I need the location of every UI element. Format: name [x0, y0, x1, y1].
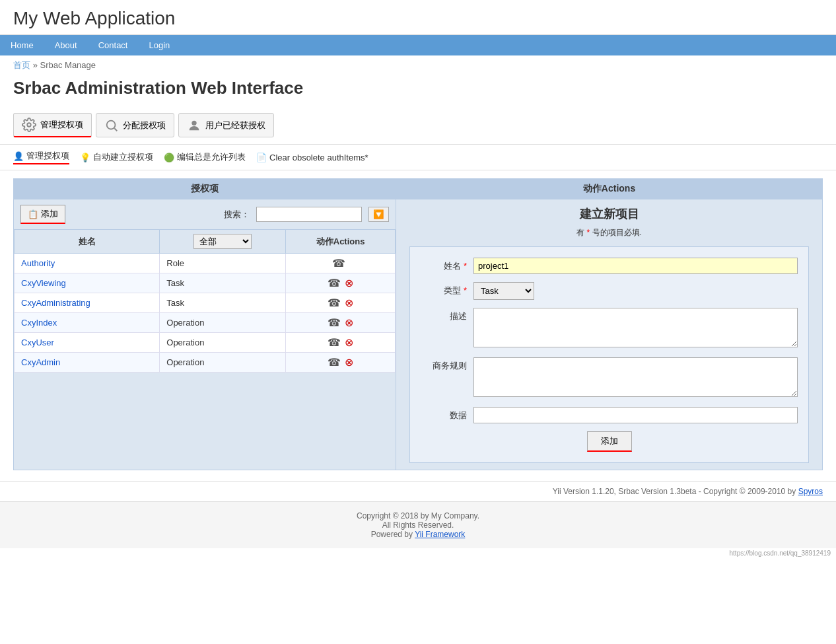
edit-icon-3[interactable]: ☎ — [328, 317, 341, 328]
submit-row: 添加 — [421, 431, 798, 452]
breadcrumb-home[interactable]: 首页 — [13, 60, 30, 70]
cell-actions-1: ☎⊗ — [286, 273, 396, 293]
left-panel-header: 授权项 — [14, 179, 396, 199]
person-icon — [187, 118, 201, 133]
row-name-link-4[interactable]: CxyUser — [21, 338, 54, 347]
row-name-link-2[interactable]: CxyAdministrating — [21, 298, 90, 308]
type-required: * — [464, 285, 467, 295]
copyright-line3: Powered by Yii Framework — [13, 530, 823, 539]
col-actions: 动作Actions — [286, 230, 396, 254]
desc-row: 描述 — [421, 308, 798, 349]
svg-point-1 — [107, 120, 116, 129]
table-row: CxyAdministratingTask☎⊗ — [15, 293, 396, 313]
table-row: CxyUserOperation☎⊗ — [15, 333, 396, 353]
table-header-row: 姓名 全部RoleTaskOperation 动作Actions — [15, 230, 396, 254]
nav-bar: HomeAboutContactLogin — [0, 35, 836, 55]
required-star: * — [587, 228, 590, 237]
action-auto-icon: 💡 — [80, 153, 90, 162]
nav-item-home[interactable]: Home — [0, 35, 44, 55]
form-title: 建立新项目 — [407, 206, 812, 222]
action-manage-auth[interactable]: 👤 管理授权项 — [13, 150, 69, 164]
action-bar: 👤 管理授权项 💡 自动建立授权项 🟢 编辑总是允许列表 📄 Clear obs… — [0, 145, 836, 170]
bizrule-textarea[interactable] — [473, 357, 798, 397]
delete-icon-4[interactable]: ⊗ — [345, 337, 353, 348]
desc-textarea[interactable] — [473, 308, 798, 347]
tab-assign[interactable]: 分配授权项 — [96, 113, 174, 137]
name-input[interactable] — [473, 258, 798, 274]
cell-actions-0: ☎ — [286, 254, 396, 273]
cell-actions-5: ☎⊗ — [286, 353, 396, 373]
yii-link[interactable]: Yii Framework — [415, 530, 465, 539]
tab-users-label: 用户已经获授权 — [205, 120, 265, 131]
toolbar-row: 📋 添加 搜索： 🔽 — [14, 199, 396, 229]
delete-icon-2[interactable]: ⊗ — [345, 297, 353, 308]
delete-icon-5[interactable]: ⊗ — [345, 357, 353, 368]
form-area: 建立新项目 有 * 号的项目必填. 姓名 * 类型 * — [396, 199, 822, 470]
nav-item-about[interactable]: About — [44, 35, 88, 55]
copyright-line2: All Rights Reserved. — [13, 520, 823, 530]
desc-label: 描述 — [421, 308, 473, 322]
tab-manage[interactable]: 管理授权项 — [13, 113, 92, 137]
edit-icon-0[interactable]: ☎ — [332, 258, 345, 269]
cell-name-3: CxyIndex — [15, 313, 160, 333]
action-manage-label: 管理授权项 — [26, 150, 69, 162]
row-name-link-1[interactable]: CxyViewing — [21, 278, 66, 288]
type-filter[interactable]: 全部RoleTaskOperation — [193, 234, 252, 249]
right-panel: 动作Actions 建立新项目 有 * 号的项目必填. 姓名 * — [396, 178, 823, 470]
row-name-link-3[interactable]: CxyIndex — [21, 318, 57, 328]
search-label: 搜索： — [224, 209, 250, 221]
col-name: 姓名 — [15, 230, 160, 254]
cell-name-1: CxyViewing — [15, 273, 160, 293]
type-control: Task Role Operation — [473, 282, 798, 300]
search-button[interactable]: 🔽 — [368, 207, 389, 222]
app-title: My Web Application — [13, 8, 823, 29]
name-row: 姓名 * — [421, 258, 798, 274]
cell-type-0: Role — [160, 254, 286, 273]
action-edit-label: 编辑总是允许列表 — [177, 151, 246, 163]
delete-icon-1[interactable]: ⊗ — [345, 277, 353, 289]
edit-icon-5[interactable]: ☎ — [328, 357, 341, 368]
edit-icon-2[interactable]: ☎ — [328, 297, 341, 308]
gear-icon — [22, 118, 36, 132]
type-select[interactable]: Task Role Operation — [473, 282, 534, 300]
form-required-note: 有 * 号的项目必填. — [407, 227, 812, 238]
tab-area: 管理授权项 分配授权项 用户已经获授权 — [0, 106, 836, 145]
watermark-text: https://blog.csdn.net/qq_38912419 — [730, 550, 831, 557]
edit-icon-4[interactable]: ☎ — [328, 337, 341, 348]
version-info: Yii Version 1.1.20, Srbac Version 1.3bet… — [553, 487, 796, 496]
left-panel: 授权项 📋 添加 搜索： 🔽 姓名 全部RoleTaskOperation — [13, 178, 396, 470]
row-name-link-0[interactable]: Authority — [21, 258, 55, 268]
nav-item-contact[interactable]: Contact — [88, 35, 139, 55]
type-row: 类型 * Task Role Operation — [421, 282, 798, 300]
breadcrumb-current: Srbac Manage — [40, 60, 96, 70]
tab-assign-label: 分配授权项 — [123, 120, 166, 131]
delete-icon-3[interactable]: ⊗ — [345, 317, 353, 328]
type-label: 类型 * — [421, 282, 473, 297]
main-content: 授权项 📋 添加 搜索： 🔽 姓名 全部RoleTaskOperation — [0, 170, 836, 478]
add-button[interactable]: 📋 添加 — [20, 205, 65, 224]
tab-users[interactable]: 用户已经获授权 — [178, 113, 274, 137]
add-label: 添加 — [41, 208, 58, 220]
footer-copyright: Copyright © 2018 by My Company. All Righ… — [0, 501, 836, 548]
action-edit-list[interactable]: 🟢 编辑总是允许列表 — [164, 151, 246, 163]
cell-type-3: Operation — [160, 313, 286, 333]
edit-icon-1[interactable]: ☎ — [328, 277, 341, 289]
spyros-link[interactable]: Spyros — [798, 487, 823, 496]
cell-name-4: CxyUser — [15, 333, 160, 353]
row-name-link-5[interactable]: CxyAdmin — [21, 357, 60, 367]
data-row: 数据 — [421, 407, 798, 423]
data-input[interactable] — [473, 407, 798, 423]
search-input[interactable] — [256, 207, 362, 222]
bizrule-control — [473, 357, 798, 399]
action-clear[interactable]: 📄 Clear obsolete authItems* — [256, 153, 368, 162]
action-auto-create[interactable]: 💡 自动建立授权项 — [80, 151, 153, 163]
name-required: * — [464, 261, 467, 271]
nav-item-login[interactable]: Login — [138, 35, 180, 55]
breadcrumb-separator: » — [33, 60, 38, 70]
cell-name-0: Authority — [15, 254, 160, 273]
submit-button[interactable]: 添加 — [587, 431, 632, 452]
powered-by-text: Powered by — [371, 530, 413, 539]
table-row: CxyIndexOperation☎⊗ — [15, 313, 396, 333]
right-panel-header: 动作Actions — [396, 179, 822, 199]
bizrule-row: 商务规则 — [421, 357, 798, 399]
